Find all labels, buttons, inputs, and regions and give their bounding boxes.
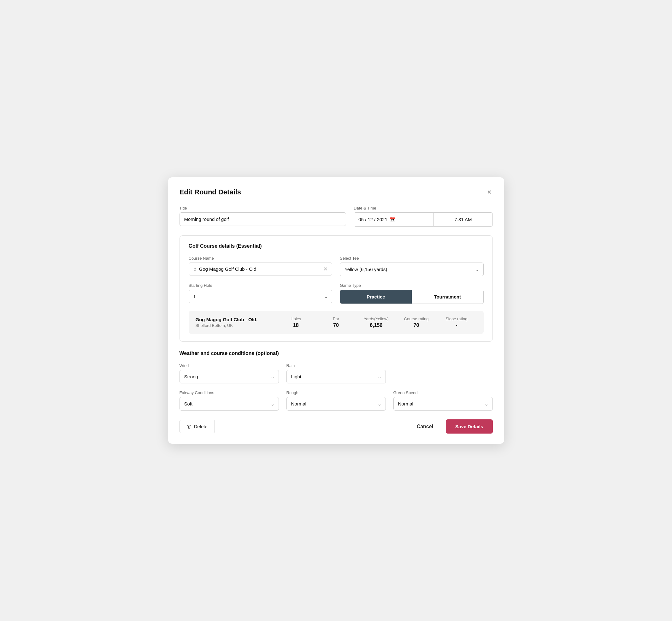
game-type-toggle: Practice Tournament xyxy=(340,290,484,304)
trash-icon: 🗑 xyxy=(187,424,192,429)
title-field-group: Title xyxy=(179,206,346,226)
time-value: 7:31 AM xyxy=(454,217,472,222)
course-name-tee-row: Course Name ☌ ✕ Select Tee Yellow (6,156… xyxy=(189,256,484,276)
save-button[interactable]: Save Details xyxy=(446,419,493,433)
slope-label: Slope rating xyxy=(436,317,476,321)
yards-stat: Yards(Yellow) 6,156 xyxy=(356,317,396,328)
course-name-search-wrap: ☌ ✕ xyxy=(189,262,333,276)
delete-label: Delete xyxy=(194,424,208,429)
datetime-label: Date & Time xyxy=(354,206,493,210)
modal-header: Edit Round Details × xyxy=(179,188,493,197)
rain-label: Rain xyxy=(287,363,386,368)
yards-label: Yards(Yellow) xyxy=(356,317,396,321)
time-part[interactable]: 7:31 AM xyxy=(434,213,492,226)
rain-select-wrap: None Light Moderate Heavy ⌄ xyxy=(287,370,386,383)
rough-select-wrap: Short Normal Long Very Long ⌄ xyxy=(287,397,386,411)
starting-hole-wrap: 1 2 10 ⌄ xyxy=(189,290,333,303)
rough-dropdown[interactable]: Short Normal Long Very Long xyxy=(287,397,386,411)
golf-course-section-title: Golf Course details (Essential) xyxy=(189,243,484,249)
yards-value: 6,156 xyxy=(370,323,382,328)
course-name-label: Course Name xyxy=(189,256,333,261)
weather-section: Weather and course conditions (optional)… xyxy=(179,350,493,411)
fairway-group: Fairway Conditions Firm Normal Soft Wet … xyxy=(179,390,279,411)
wind-dropdown[interactable]: Calm Light Moderate Strong Very Strong xyxy=(179,370,279,383)
select-tee-group: Select Tee Yellow (6,156 yards) White Re… xyxy=(340,256,484,276)
select-tee-dropdown[interactable]: Yellow (6,156 yards) White Red xyxy=(340,262,484,276)
edit-round-modal: Edit Round Details × Title Date & Time 0… xyxy=(168,177,504,444)
fairway-rough-green-row: Fairway Conditions Firm Normal Soft Wet … xyxy=(179,390,493,411)
wind-label: Wind xyxy=(179,363,279,368)
course-name-group: Course Name ☌ ✕ xyxy=(189,256,333,276)
practice-button[interactable]: Practice xyxy=(340,290,412,303)
holes-stat: Holes 18 xyxy=(276,317,316,328)
fairway-dropdown[interactable]: Firm Normal Soft Wet xyxy=(179,397,279,411)
rain-dropdown[interactable]: None Light Moderate Heavy xyxy=(287,370,386,383)
golf-course-section: Golf Course details (Essential) Course N… xyxy=(179,236,493,342)
title-label: Title xyxy=(179,206,346,210)
green-speed-dropdown[interactable]: Slow Normal Fast Very Fast xyxy=(393,397,493,411)
search-icon: ☌ xyxy=(194,266,197,272)
slope-rating-stat: Slope rating - xyxy=(436,317,476,328)
wind-rain-row: Wind Calm Light Moderate Strong Very Str… xyxy=(179,363,493,383)
spacer xyxy=(393,363,493,383)
clear-course-button[interactable]: ✕ xyxy=(323,266,328,272)
wind-group: Wind Calm Light Moderate Strong Very Str… xyxy=(179,363,279,383)
course-rating-stat: Course rating 70 xyxy=(396,317,436,328)
modal-title: Edit Round Details xyxy=(179,188,241,196)
par-label: Par xyxy=(316,317,356,321)
wind-select-wrap: Calm Light Moderate Strong Very Strong ⌄ xyxy=(179,370,279,383)
game-type-label: Game Type xyxy=(340,283,484,288)
datetime-fields: 05 / 12 / 2021 📅 7:31 AM xyxy=(354,212,493,226)
rain-group: Rain None Light Moderate Heavy ⌄ xyxy=(287,363,386,383)
title-input[interactable] xyxy=(179,212,346,226)
calendar-icon: 📅 xyxy=(389,216,395,222)
rough-label: Rough xyxy=(287,390,386,395)
close-button[interactable]: × xyxy=(486,188,493,197)
tournament-button[interactable]: Tournament xyxy=(412,290,483,303)
footer-row: 🗑 Delete Cancel Save Details xyxy=(179,419,493,433)
par-stat: Par 70 xyxy=(316,317,356,328)
holes-label: Holes xyxy=(276,317,316,321)
top-row: Title Date & Time 05 / 12 / 2021 📅 7:31 … xyxy=(179,206,493,226)
green-speed-group: Green Speed Slow Normal Fast Very Fast ⌄ xyxy=(393,390,493,411)
date-part[interactable]: 05 / 12 / 2021 📅 xyxy=(354,213,434,226)
par-value: 70 xyxy=(333,323,339,328)
course-name-input[interactable] xyxy=(199,266,324,272)
course-info-name-location: Gog Magog Golf Club - Old, Shelford Bott… xyxy=(196,317,276,328)
starting-hole-dropdown[interactable]: 1 2 10 xyxy=(189,290,333,303)
starting-hole-label: Starting Hole xyxy=(189,283,333,288)
date-value: 05 / 12 / 2021 xyxy=(359,217,387,222)
course-rating-label: Course rating xyxy=(396,317,436,321)
weather-section-title: Weather and course conditions (optional) xyxy=(179,350,493,356)
course-info-card: Gog Magog Golf Club - Old, Shelford Bott… xyxy=(189,311,484,334)
game-type-group: Game Type Practice Tournament xyxy=(340,283,484,304)
fairway-label: Fairway Conditions xyxy=(179,390,279,395)
select-tee-wrap: Yellow (6,156 yards) White Red ⌄ xyxy=(340,262,484,276)
fairway-select-wrap: Firm Normal Soft Wet ⌄ xyxy=(179,397,279,411)
course-info-name: Gog Magog Golf Club - Old, xyxy=(196,317,276,322)
footer-right: Cancel Save Details xyxy=(412,419,493,433)
holes-value: 18 xyxy=(293,323,299,328)
green-speed-select-wrap: Slow Normal Fast Very Fast ⌄ xyxy=(393,397,493,411)
course-rating-value: 70 xyxy=(414,323,419,328)
delete-button[interactable]: 🗑 Delete xyxy=(179,420,215,433)
select-tee-label: Select Tee xyxy=(340,256,484,261)
datetime-field-group: Date & Time 05 / 12 / 2021 📅 7:31 AM xyxy=(354,206,493,226)
starting-hole-group: Starting Hole 1 2 10 ⌄ xyxy=(189,283,333,304)
course-info-location: Shelford Bottom, UK xyxy=(196,323,276,328)
rough-group: Rough Short Normal Long Very Long ⌄ xyxy=(287,390,386,411)
slope-value: - xyxy=(456,323,457,328)
cancel-button[interactable]: Cancel xyxy=(412,420,438,433)
green-speed-label: Green Speed xyxy=(393,390,493,395)
starting-hole-gametype-row: Starting Hole 1 2 10 ⌄ Game Type Practic… xyxy=(189,283,484,304)
